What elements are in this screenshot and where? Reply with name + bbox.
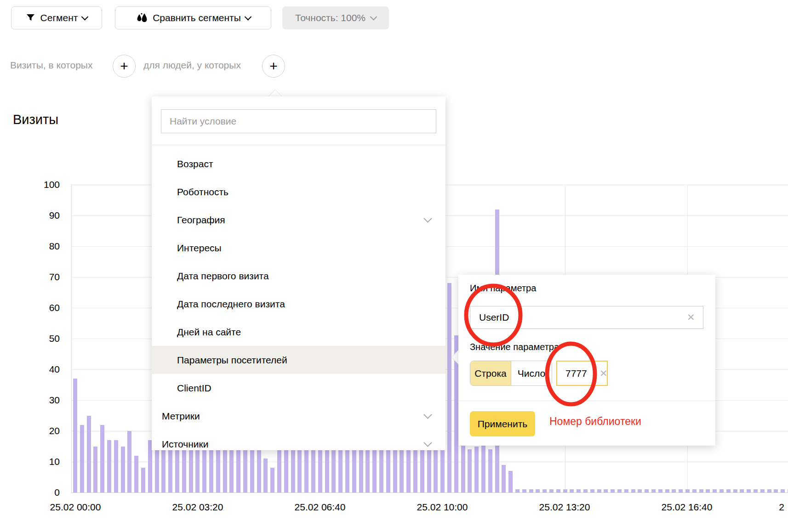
x-tick-label: 25.02 06:40 [295,502,346,513]
menu-item-8[interactable]: Параметры посетителей [152,346,445,374]
bar [781,489,785,492]
chevron-down-icon [423,410,432,419]
menu-item-label: Дней на сайте [177,327,241,338]
bar [699,489,703,492]
bar [318,447,322,493]
bar [243,443,247,492]
bar [372,443,377,492]
chevron-down-icon [245,13,252,20]
bar [216,447,220,493]
param-type-toggle: Строка Число [470,361,552,386]
bar [577,489,581,492]
bar [100,425,104,492]
y-tick-label: 10 [32,456,60,467]
menu-item-7[interactable]: Дней на сайте [152,318,445,346]
accuracy-dropdown[interactable]: Точность: 100% [282,6,389,29]
bar [297,449,302,492]
menu-item-3[interactable]: География [152,206,445,234]
compare-segments-label: Сравнить сегменты [153,12,241,23]
bar [114,440,118,492]
chevron-down-icon [370,13,377,20]
bar [556,489,560,492]
apply-button[interactable]: Применить [470,411,535,436]
y-tick-label: 80 [32,241,60,252]
menu-item-4[interactable]: Интересы [152,234,445,262]
visits-condition-label: Визиты, в которых [10,60,92,71]
bar [345,447,349,493]
x-tick-label: 25.02 03:20 [172,502,223,513]
y-tick-label: 100 [32,179,60,190]
bar [597,489,601,492]
bar [270,468,274,492]
menu-item-2[interactable]: Роботность [152,178,445,206]
bar [672,489,676,492]
chevron-down-icon [81,13,89,20]
type-option-number[interactable]: Число [511,361,552,385]
compare-segments-button[interactable]: Сравнить сегменты [115,6,271,29]
bar [141,468,145,492]
menu-item-6[interactable]: Дата последнего визита [152,290,445,318]
bar [365,449,370,492]
bar [440,447,445,493]
bar [638,489,642,492]
bar [760,489,765,492]
bar [420,447,424,493]
bar [161,447,166,493]
bar [202,443,206,492]
bar [93,447,97,493]
menu-item-9[interactable]: ClientID [152,374,445,402]
annotation-note: Номер библиотеки [549,415,687,428]
add-visit-condition-button[interactable]: + [113,55,136,78]
x-tick-label: 25.02 13:20 [539,502,590,513]
bar [168,443,172,492]
bar [182,447,186,493]
filter-funnel-icon [26,13,36,23]
bar [73,379,77,492]
condition-menu-popup: ВозрастРоботностьГеографияИнтересыДата п… [152,96,445,450]
bar [250,447,254,493]
menu-item-label: Интересы [177,243,222,254]
segment-button[interactable]: Сегмент [11,6,102,29]
bar [277,443,281,492]
clear-name-icon[interactable]: ✕ [687,312,695,322]
bar [631,489,635,492]
bar [767,489,771,492]
bar [515,489,520,492]
bar [733,489,737,492]
bar [195,449,200,492]
bar [481,440,485,492]
bar [726,489,731,492]
bar [434,443,438,492]
y-tick-label: 0 [32,487,60,498]
menu-item-11[interactable]: Источники [152,430,445,450]
menu-item-label: Роботность [177,187,228,198]
bar [461,443,465,492]
y-tick-label: 50 [32,333,60,344]
param-value-box: ✕ [556,361,608,386]
menu-item-label: ClientID [177,383,211,394]
y-tick-label: 70 [32,272,60,283]
x-tick-label: 2 [779,502,784,513]
bar [679,489,683,492]
add-people-condition-button[interactable]: + [262,55,285,78]
clear-value-icon[interactable]: ✕ [600,368,608,378]
bar [685,489,690,492]
y-tick-label: 60 [32,302,60,313]
condition-search-input[interactable] [161,109,436,133]
type-option-string[interactable]: Строка [470,361,511,385]
panel-divider [458,401,715,401]
param-name-input[interactable] [470,306,703,329]
bar [474,447,479,493]
menu-item-5[interactable]: Дата первого визита [152,262,445,290]
bar [508,471,513,492]
param-value-input[interactable] [557,368,599,379]
bar [713,489,717,492]
bar [665,489,669,492]
bar [706,489,710,492]
menu-item-10[interactable]: Метрики [152,402,445,430]
bar [107,440,111,492]
chevron-down-icon [423,214,432,222]
menu-item-1[interactable]: Возраст [152,150,445,178]
y-tick-label: 20 [32,425,60,436]
y-tick-label: 90 [32,210,60,221]
